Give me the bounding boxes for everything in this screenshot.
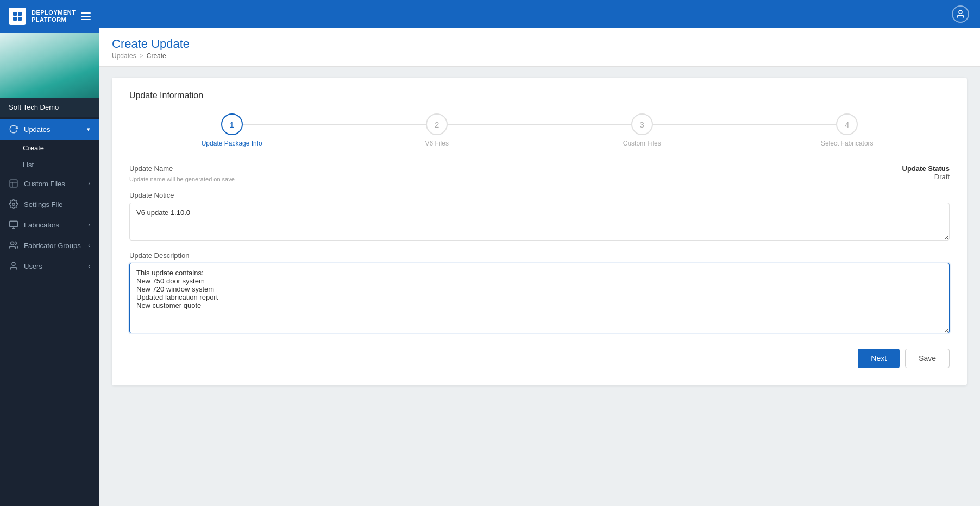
sidebar-item-fabricator-groups[interactable]: Fabricator Groups ‹ <box>0 235 99 256</box>
fabricator-groups-chevron-icon: ‹ <box>88 242 90 249</box>
update-name-group: Update Name Update name will be generate… <box>129 165 902 182</box>
step-3: 3 Custom Files <box>539 113 745 147</box>
breadcrumb: Updates > Create <box>112 52 967 60</box>
org-name: Soft Tech Demo <box>0 98 99 117</box>
sidebar-item-fabricator-groups-label: Fabricator Groups <box>24 242 81 250</box>
update-description-label: Update Description <box>129 251 950 260</box>
sidebar-item-fabricators-label: Fabricators <box>24 221 59 229</box>
update-status-group: Update Status Draft <box>902 165 950 181</box>
fabricators-chevron-icon: ‹ <box>88 222 90 228</box>
card-title: Update Information <box>129 91 950 100</box>
step-3-line <box>642 124 847 125</box>
form-buttons: Next Save <box>129 349 950 368</box>
svg-rect-2 <box>13 17 17 21</box>
app-logo <box>9 8 26 25</box>
breadcrumb-parent: Updates <box>112 52 136 60</box>
sidebar-item-users[interactable]: Users ‹ <box>0 256 99 276</box>
app-title: DEPLOYMENT PLATFORM <box>32 9 76 23</box>
page-header: Create Update Updates > Create <box>99 28 980 67</box>
form-card: Update Information 1 Update Package Info… <box>112 78 967 385</box>
step-1-circle: 1 <box>221 113 243 135</box>
update-status-value: Draft <box>902 173 950 181</box>
sidebar-item-custom-files[interactable]: Custom Files ‹ <box>0 173 99 194</box>
user-avatar[interactable] <box>952 5 969 23</box>
svg-point-7 <box>12 203 15 206</box>
svg-rect-0 <box>13 12 17 16</box>
svg-rect-3 <box>18 17 22 21</box>
update-description-input[interactable] <box>129 263 950 333</box>
stepper: 1 Update Package Info 2 V6 Files 3 <box>129 113 950 147</box>
step-2-line <box>437 124 642 125</box>
step-4: 4 Select Fabricators <box>745 113 950 147</box>
svg-point-13 <box>959 10 962 14</box>
content-area: Create Update Updates > Create Update In… <box>99 28 980 506</box>
save-button[interactable]: Save <box>905 349 950 368</box>
sidebar-item-updates-label: Updates <box>24 125 50 134</box>
step-4-label: Select Fabricators <box>821 140 874 147</box>
step-1-line <box>232 124 437 125</box>
svg-point-12 <box>12 262 15 265</box>
update-status-label: Update Status <box>902 165 950 173</box>
update-description-group: Update Description <box>129 251 950 336</box>
main-content: Create Update Updates > Create Update In… <box>99 0 980 506</box>
step-4-circle: 4 <box>836 113 858 135</box>
sidebar-item-custom-files-label: Custom Files <box>24 180 65 188</box>
sidebar-item-users-label: Users <box>24 262 42 270</box>
sidebar-item-updates[interactable]: Updates ▾ <box>0 119 99 140</box>
update-name-label: Update Name <box>129 165 902 173</box>
update-notice-label: Update Notice <box>129 191 950 199</box>
next-button[interactable]: Next <box>858 349 900 368</box>
updates-chevron-icon: ▾ <box>87 126 90 133</box>
svg-rect-1 <box>18 12 22 16</box>
step-2-circle: 2 <box>426 113 448 135</box>
step-3-label: Custom Files <box>623 140 661 147</box>
users-chevron-icon: ‹ <box>88 263 90 269</box>
update-name-hint: Update name will be generated on save <box>129 176 902 182</box>
svg-rect-4 <box>10 180 17 187</box>
sidebar-item-settings-file[interactable]: Settings File <box>0 194 99 214</box>
sidebar-subitem-list[interactable]: List <box>0 156 99 173</box>
custom-files-chevron-icon: ‹ <box>88 180 90 187</box>
breadcrumb-current: Create <box>147 52 166 60</box>
svg-point-11 <box>11 242 14 245</box>
update-notice-group: Update Notice <box>129 191 950 243</box>
step-1: 1 Update Package Info <box>129 113 335 147</box>
svg-rect-8 <box>10 221 18 227</box>
sidebar-subitem-list-label: List <box>23 161 34 169</box>
update-notice-input[interactable] <box>129 203 950 241</box>
sidebar: DEPLOYMENT PLATFORM Soft Tech Demo Updat… <box>0 0 99 506</box>
sidebar-nav: Updates ▾ Create List Custom Files ‹ <box>0 117 99 506</box>
step-3-circle: 3 <box>631 113 653 135</box>
sidebar-subitem-create[interactable]: Create <box>0 140 99 156</box>
sidebar-item-fabricators[interactable]: Fabricators ‹ <box>0 214 99 235</box>
sidebar-banner-image <box>0 33 99 98</box>
breadcrumb-separator: > <box>140 52 143 60</box>
step-1-label: Update Package Info <box>202 140 262 147</box>
sidebar-item-settings-file-label: Settings File <box>24 200 63 208</box>
page-title: Create Update <box>112 37 967 51</box>
sidebar-banner <box>0 33 99 98</box>
step-2-label: V6 Files <box>425 140 449 147</box>
topbar <box>99 0 980 28</box>
hamburger-icon[interactable] <box>81 12 91 20</box>
sidebar-subitem-create-label: Create <box>23 144 44 152</box>
step-2: 2 V6 Files <box>335 113 540 147</box>
sidebar-header: DEPLOYMENT PLATFORM <box>0 0 99 33</box>
update-name-row: Update Name Update name will be generate… <box>129 165 950 182</box>
